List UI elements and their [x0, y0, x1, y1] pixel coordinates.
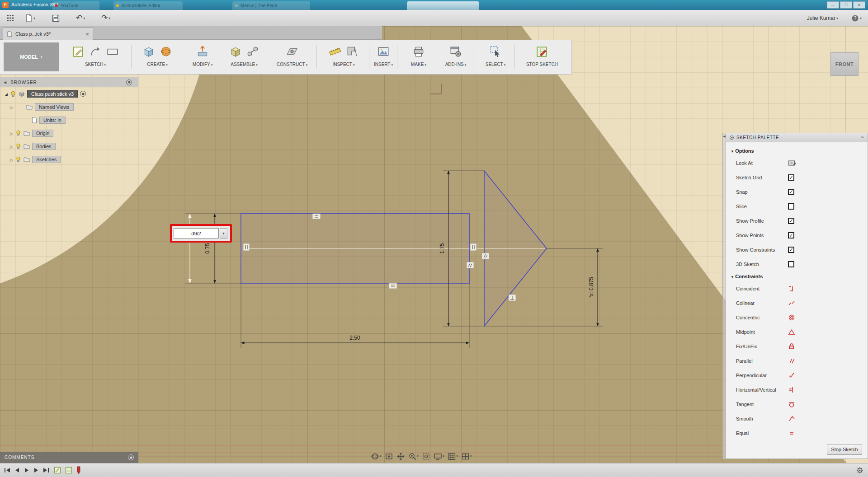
show-points-checkbox[interactable]	[788, 232, 794, 238]
make-menu-label[interactable]: MAKE	[400, 62, 438, 67]
fit-button[interactable]	[422, 452, 430, 461]
constraints-section-header[interactable]: Constraints	[726, 271, 868, 281]
browser-item-sketches[interactable]: Sketches	[0, 153, 138, 166]
close-tab-icon[interactable]	[85, 30, 89, 38]
lock-icon[interactable]	[788, 343, 795, 350]
show-constraints-checkbox[interactable]	[788, 247, 794, 253]
stop-sketch-label[interactable]: STOP SKETCH	[517, 62, 567, 67]
constraint-smooth[interactable]: Smooth	[726, 412, 868, 426]
maximize-button[interactable]: □	[840, 1, 852, 9]
constraint-fix-unfix[interactable]: Fix/UnFix	[726, 339, 868, 354]
options-section-header[interactable]: Options	[726, 146, 868, 156]
palette-option-look-at[interactable]: Look At	[726, 156, 868, 170]
timeline-go-to-end-button[interactable]	[43, 468, 49, 473]
workspace-selector[interactable]: MODEL	[4, 42, 59, 71]
background-browser-tab[interactable]: YouTube	[52, 1, 99, 10]
equal-icon[interactable]	[788, 430, 795, 437]
select-menu-label[interactable]: SELECT	[476, 62, 515, 67]
constraint-parallel[interactable]: Parallel	[726, 354, 868, 368]
expander-icon[interactable]	[10, 144, 13, 149]
show-profile-checkbox[interactable]	[788, 218, 794, 224]
palette-option-show-profile[interactable]: Show Profile	[726, 214, 868, 228]
palette-option-show-constraints[interactable]: Show Constraints	[726, 243, 868, 257]
comments-bar[interactable]: COMMENTS	[0, 452, 138, 463]
palette-option-slice[interactable]: Slice	[726, 199, 868, 214]
activate-component-icon[interactable]	[80, 91, 86, 97]
perpendicular-icon[interactable]	[788, 372, 795, 379]
insert-menu-label[interactable]: INSERT	[371, 62, 396, 67]
section-analysis-icon[interactable]	[346, 45, 359, 58]
assemble-menu-label[interactable]: ASSEMBLE	[222, 62, 266, 67]
tangent-icon[interactable]	[788, 401, 795, 408]
expander-icon[interactable]	[5, 91, 8, 97]
rectangle-tool-icon[interactable]	[106, 45, 119, 58]
browser-item-units[interactable]: Units: in	[0, 113, 138, 126]
zoom-button[interactable]: ▾	[408, 452, 419, 461]
addins-menu-label[interactable]: ADD-INS	[439, 62, 472, 67]
select-icon[interactable]	[489, 45, 502, 58]
snap-checkbox[interactable]	[788, 189, 794, 195]
measure-icon[interactable]	[329, 45, 341, 58]
construction-plane-icon[interactable]	[286, 45, 298, 58]
coincident-icon[interactable]	[788, 285, 795, 292]
sketch-palette-header[interactable]: SKETCH PALETTE	[726, 133, 868, 142]
timeline-play-button[interactable]	[24, 468, 29, 473]
revolve-icon[interactable]	[160, 45, 172, 58]
background-browser-tab[interactable]: Instructables Editor	[113, 1, 183, 10]
horizontal-vertical-icon[interactable]	[788, 386, 795, 393]
visibility-bulb-icon[interactable]	[15, 156, 21, 162]
comments-toggle-icon[interactable]	[128, 454, 134, 460]
smooth-icon[interactable]	[788, 415, 795, 422]
constraint-horizontal-vertical[interactable]: Horizontal/Vertical	[726, 383, 868, 397]
timeline-step-back-button[interactable]	[14, 468, 20, 473]
sketch-grid-checkbox[interactable]	[788, 174, 794, 181]
timeline-current-marker[interactable]	[76, 466, 81, 474]
addins-icon[interactable]	[449, 45, 462, 58]
inspect-menu-label[interactable]: INSPECT	[318, 62, 369, 67]
midpoint-icon[interactable]	[788, 328, 795, 336]
dimension-input-dropdown[interactable]: ▾	[220, 228, 227, 238]
user-account-menu[interactable]: Julie Kumar	[807, 13, 838, 23]
sketch-menu-label[interactable]: SKETCH	[62, 62, 128, 67]
browser-header[interactable]: BROWSER	[0, 77, 138, 87]
browser-root-row[interactable]: Class push stick v3	[0, 87, 138, 100]
browser-root-label[interactable]: Class push stick v3	[27, 90, 78, 98]
look-at-button[interactable]	[385, 452, 393, 461]
undo-button[interactable]: ↶	[76, 13, 85, 23]
browser-display-toggle-icon[interactable]	[126, 80, 132, 85]
construct-menu-label[interactable]: CONSTRUCT	[269, 62, 315, 67]
timeline-feature-sketch-2[interactable]	[65, 467, 72, 474]
grid-settings-button[interactable]: ▾	[448, 452, 458, 461]
help-menu[interactable]: ?	[851, 13, 862, 23]
press-pull-icon[interactable]	[196, 45, 209, 58]
redo-button[interactable]: ↷	[101, 13, 110, 23]
dimension-value-input[interactable]	[174, 228, 219, 238]
timeline-settings-button[interactable]	[856, 467, 863, 476]
save-button[interactable]	[52, 13, 60, 23]
browser-item-origin[interactable]: Origin	[0, 126, 138, 140]
document-tab-active[interactable]: Class p...ick v3*	[3, 28, 93, 40]
visibility-bulb-icon[interactable]	[15, 130, 21, 136]
concentric-icon[interactable]	[788, 314, 795, 321]
stop-sketch-icon[interactable]	[536, 45, 548, 58]
file-menu-button[interactable]	[25, 13, 35, 23]
new-component-icon[interactable]	[229, 45, 242, 58]
3d-print-icon[interactable]	[412, 45, 425, 58]
browser-item-bodies[interactable]: Bodies	[0, 140, 138, 153]
palette-option-sketch-grid[interactable]: Sketch Grid	[726, 170, 868, 185]
app-grid-button[interactable]	[6, 13, 14, 23]
background-browser-tab[interactable]: Menus | The Plant	[232, 1, 310, 10]
palette-collapse-handle[interactable]: ◀	[722, 133, 726, 459]
browser-item-named-views[interactable]: Named Views	[0, 100, 138, 113]
insert-image-icon[interactable]	[377, 45, 390, 58]
timeline-step-forward-button[interactable]	[33, 468, 39, 473]
display-settings-button[interactable]: ▾	[434, 452, 444, 461]
create-menu-label[interactable]: CREATE	[134, 62, 181, 67]
joint-icon[interactable]	[246, 45, 259, 58]
expander-icon[interactable]	[10, 157, 13, 162]
constraint-midpoint[interactable]: Midpoint	[726, 325, 868, 339]
modify-menu-label[interactable]: MODIFY	[184, 62, 221, 67]
minimize-button[interactable]: —	[827, 1, 839, 9]
create-sketch-icon[interactable]	[72, 45, 85, 58]
timeline-feature-sketch-1[interactable]	[54, 467, 61, 474]
